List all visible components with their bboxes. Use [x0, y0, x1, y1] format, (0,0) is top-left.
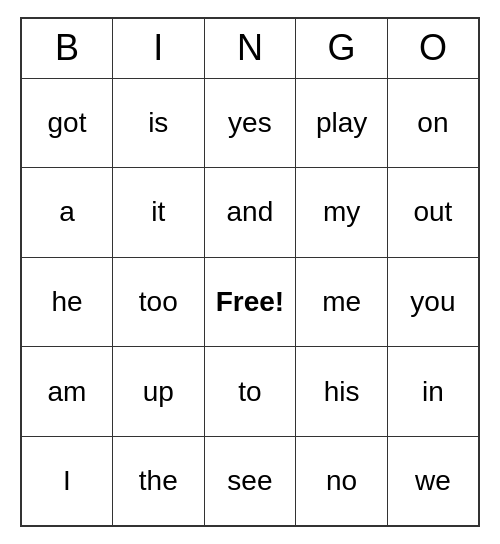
bingo-row-3: amuptohisin — [21, 347, 479, 437]
bingo-cell-3-0: am — [21, 347, 113, 437]
bingo-cell-2-3: me — [296, 257, 388, 347]
bingo-row-4: Itheseenowe — [21, 436, 479, 526]
header-col-g: G — [296, 18, 388, 78]
bingo-cell-0-2: yes — [204, 78, 296, 168]
bingo-cell-2-0: he — [21, 257, 113, 347]
bingo-cell-0-1: is — [113, 78, 205, 168]
header-col-b: B — [21, 18, 113, 78]
bingo-cell-1-1: it — [113, 168, 205, 258]
bingo-cell-3-2: to — [204, 347, 296, 437]
bingo-cell-2-2: Free! — [204, 257, 296, 347]
header-col-i: I — [113, 18, 205, 78]
bingo-cell-4-0: I — [21, 436, 113, 526]
bingo-cell-4-2: see — [204, 436, 296, 526]
header-col-n: N — [204, 18, 296, 78]
bingo-cell-0-0: got — [21, 78, 113, 168]
bingo-cell-1-4: out — [387, 168, 479, 258]
header-col-o: O — [387, 18, 479, 78]
bingo-cell-3-4: in — [387, 347, 479, 437]
bingo-cell-4-4: we — [387, 436, 479, 526]
bingo-cell-2-4: you — [387, 257, 479, 347]
bingo-cell-4-3: no — [296, 436, 388, 526]
header-row: BINGO — [21, 18, 479, 78]
bingo-cell-1-3: my — [296, 168, 388, 258]
bingo-row-2: hetooFree!meyou — [21, 257, 479, 347]
bingo-row-1: aitandmyout — [21, 168, 479, 258]
bingo-cell-2-1: too — [113, 257, 205, 347]
bingo-cell-0-3: play — [296, 78, 388, 168]
bingo-cell-1-2: and — [204, 168, 296, 258]
bingo-cell-3-3: his — [296, 347, 388, 437]
bingo-cell-3-1: up — [113, 347, 205, 437]
bingo-cell-4-1: the — [113, 436, 205, 526]
bingo-cell-0-4: on — [387, 78, 479, 168]
bingo-row-0: gotisyesplayon — [21, 78, 479, 168]
bingo-cell-1-0: a — [21, 168, 113, 258]
bingo-card: BINGO gotisyesplayonaitandmyouthetooFree… — [20, 17, 480, 527]
